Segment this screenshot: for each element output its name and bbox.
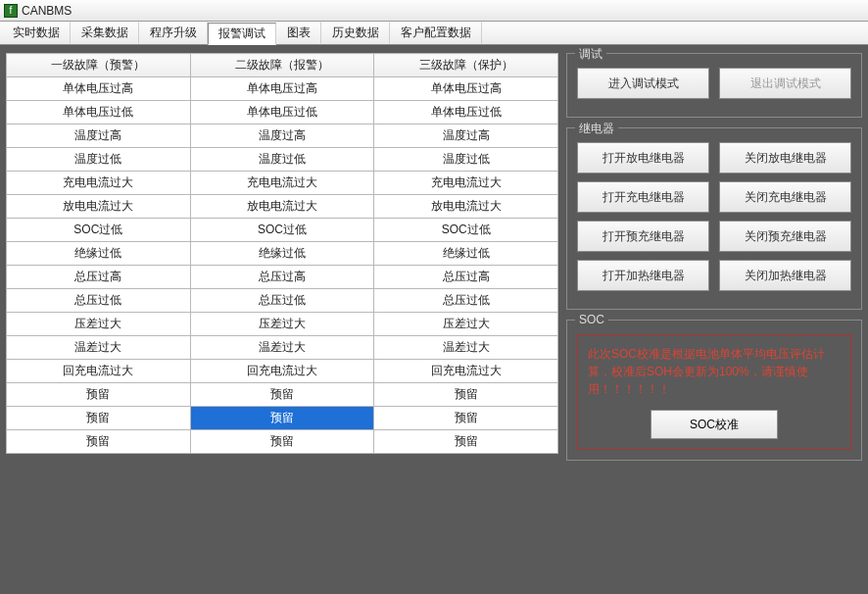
- tab-6[interactable]: 客户配置数据: [390, 22, 482, 44]
- table-cell[interactable]: 充电电流过大: [190, 172, 374, 195]
- table-row: 温度过低温度过低温度过低: [7, 148, 558, 172]
- soc-panel-title: SOC: [575, 313, 608, 326]
- relay-button-0-1[interactable]: 关闭放电继电器: [719, 142, 851, 173]
- table-cell[interactable]: 总压过低: [374, 289, 558, 313]
- relay-button-3-1[interactable]: 关闭加热继电器: [719, 260, 851, 291]
- table-cell[interactable]: 充电电流过大: [374, 172, 558, 195]
- table-cell[interactable]: 温度过高: [7, 124, 191, 148]
- relay-button-3-0[interactable]: 打开加热继电器: [577, 260, 709, 291]
- tab-4[interactable]: 图表: [276, 22, 321, 44]
- table-cell[interactable]: 放电电流过大: [374, 195, 558, 219]
- table-cell[interactable]: 单体电压过低: [190, 101, 374, 124]
- table-cell[interactable]: 单体电压过高: [190, 77, 374, 101]
- col-header-2[interactable]: 三级故障（保护）: [374, 54, 558, 77]
- table-cell[interactable]: 预留: [374, 407, 558, 430]
- table-cell[interactable]: 绝缘过低: [374, 242, 558, 266]
- relay-panel-title: 继电器: [575, 121, 618, 137]
- table-cell[interactable]: 温度过高: [374, 124, 558, 148]
- table-cell[interactable]: 温度过低: [190, 148, 374, 172]
- table-cell[interactable]: 温差过大: [7, 336, 191, 360]
- tab-1[interactable]: 采集数据: [71, 22, 139, 44]
- soc-panel: SOC 此次SOC校准是根据电池单体平均电压评估计算，校准后SOH会更新为100…: [566, 320, 862, 461]
- table-cell[interactable]: 预留: [7, 383, 191, 407]
- table-cell[interactable]: SOC过低: [7, 219, 191, 242]
- table-row: 预留预留预留: [7, 383, 558, 407]
- relay-panel: 继电器 打开放电继电器关闭放电继电器打开充电继电器关闭充电继电器打开预充继电器关…: [566, 127, 862, 310]
- table-cell[interactable]: 温度过低: [374, 148, 558, 172]
- table-row: 单体电压过高单体电压过高单体电压过高: [7, 77, 558, 101]
- table-cell[interactable]: 预留: [374, 430, 558, 454]
- table-cell[interactable]: 压差过大: [374, 313, 558, 336]
- table-cell[interactable]: 总压过高: [7, 266, 191, 289]
- table-cell[interactable]: 回充电流过大: [374, 360, 558, 383]
- relay-button-0-0[interactable]: 打开放电继电器: [577, 142, 709, 173]
- relay-button-1-1[interactable]: 关闭充电继电器: [719, 181, 851, 213]
- table-cell[interactable]: 绝缘过低: [7, 242, 191, 266]
- table-row: 预留预留预留: [7, 407, 558, 430]
- debug-panel-title: 调试: [575, 46, 606, 63]
- table-row: 回充电流过大回充电流过大回充电流过大: [7, 360, 558, 383]
- exit-debug-button[interactable]: 退出调试模式: [719, 68, 851, 99]
- window-titlebar: f CANBMS: [0, 0, 868, 22]
- window-title: CANBMS: [22, 4, 72, 18]
- table-cell[interactable]: 温度过低: [7, 148, 191, 172]
- table-cell[interactable]: 充电电流过大: [7, 172, 191, 195]
- table-cell[interactable]: 预留: [7, 407, 191, 430]
- table-cell[interactable]: 单体电压过低: [7, 101, 191, 124]
- enter-debug-button[interactable]: 进入调试模式: [577, 68, 709, 99]
- table-cell[interactable]: 预留: [7, 430, 191, 454]
- soc-warning-text: 此次SOC校准是根据电池单体平均电压评估计算，校准后SOH会更新为100%，请谨…: [588, 345, 841, 398]
- table-row: SOC过低SOC过低SOC过低: [7, 219, 558, 242]
- debug-panel: 调试 进入调试模式 退出调试模式: [566, 53, 862, 118]
- table-cell[interactable]: 预留: [190, 383, 374, 407]
- fault-table: 一级故障（预警）二级故障（报警）三级故障（保护） 单体电压过高单体电压过高单体电…: [6, 53, 558, 454]
- tab-5[interactable]: 历史数据: [321, 22, 390, 44]
- table-row: 充电电流过大充电电流过大充电电流过大: [7, 172, 558, 195]
- table-row: 总压过低总压过低总压过低: [7, 289, 558, 313]
- table-cell[interactable]: 温度过高: [190, 124, 374, 148]
- table-cell[interactable]: SOC过低: [190, 219, 374, 242]
- table-cell[interactable]: 压差过大: [7, 313, 191, 336]
- tab-0[interactable]: 实时数据: [2, 22, 71, 44]
- table-row: 单体电压过低单体电压过低单体电压过低: [7, 101, 558, 124]
- relay-button-2-1[interactable]: 关闭预充继电器: [719, 221, 851, 252]
- table-row: 压差过大压差过大压差过大: [7, 313, 558, 336]
- table-cell[interactable]: 预留: [190, 407, 374, 430]
- table-row: 预留预留预留: [7, 430, 558, 454]
- table-cell[interactable]: 预留: [190, 430, 374, 454]
- tab-bar: 实时数据采集数据程序升级报警调试图表历史数据客户配置数据: [0, 22, 868, 45]
- table-cell[interactable]: 回充电流过大: [7, 360, 191, 383]
- table-cell[interactable]: 单体电压过低: [374, 101, 558, 124]
- col-header-0[interactable]: 一级故障（预警）: [7, 54, 191, 77]
- table-row: 放电电流过大放电电流过大放电电流过大: [7, 195, 558, 219]
- table-row: 总压过高总压过高总压过高: [7, 266, 558, 289]
- table-row: 绝缘过低绝缘过低绝缘过低: [7, 242, 558, 266]
- table-cell[interactable]: 总压过低: [190, 289, 374, 313]
- relay-button-2-0[interactable]: 打开预充继电器: [577, 221, 709, 252]
- soc-calibrate-button[interactable]: SOC校准: [651, 410, 778, 439]
- relay-button-1-0[interactable]: 打开充电继电器: [577, 181, 709, 213]
- table-cell[interactable]: 单体电压过高: [7, 77, 191, 101]
- table-row: 温度过高温度过高温度过高: [7, 124, 558, 148]
- table-cell[interactable]: 绝缘过低: [190, 242, 374, 266]
- table-cell[interactable]: 单体电压过高: [374, 77, 558, 101]
- app-icon: f: [4, 4, 18, 18]
- table-cell[interactable]: 总压过低: [7, 289, 191, 313]
- table-cell[interactable]: 放电电流过大: [7, 195, 191, 219]
- table-cell[interactable]: 回充电流过大: [190, 360, 374, 383]
- table-cell[interactable]: 压差过大: [190, 313, 374, 336]
- table-cell[interactable]: 放电电流过大: [190, 195, 374, 219]
- soc-inner: 此次SOC校准是根据电池单体平均电压评估计算，校准后SOH会更新为100%，请谨…: [577, 334, 851, 450]
- table-cell[interactable]: 总压过高: [190, 266, 374, 289]
- col-header-1[interactable]: 二级故障（报警）: [190, 54, 374, 77]
- table-cell[interactable]: 温差过大: [190, 336, 374, 360]
- table-row: 温差过大温差过大温差过大: [7, 336, 558, 360]
- table-cell[interactable]: 总压过高: [374, 266, 558, 289]
- tab-2[interactable]: 程序升级: [139, 22, 208, 44]
- table-cell[interactable]: 温差过大: [374, 336, 558, 360]
- table-cell[interactable]: 预留: [374, 383, 558, 407]
- tab-3[interactable]: 报警调试: [208, 23, 276, 45]
- table-cell[interactable]: SOC过低: [374, 219, 558, 242]
